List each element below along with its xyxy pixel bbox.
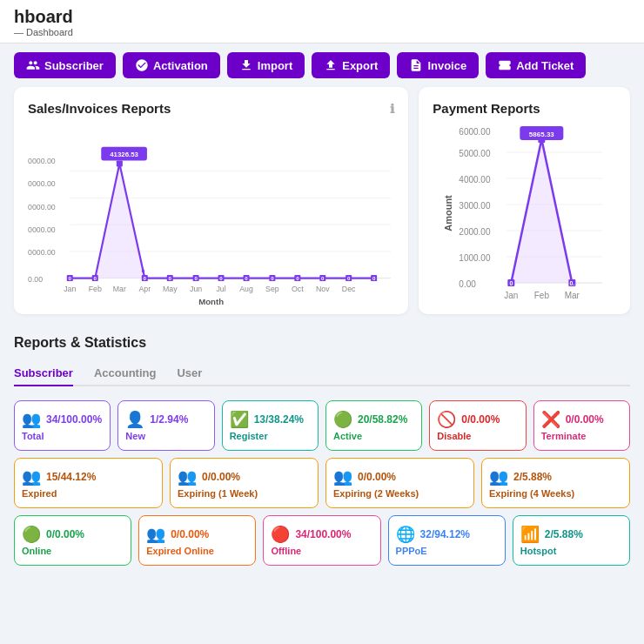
- stat-pppoe[interactable]: 🌐 32/94.12% PPPoE: [388, 515, 506, 566]
- svg-text:0000.00: 0000.00: [28, 225, 56, 234]
- sales-chart-title: Sales/Invoices Reports ℹ: [28, 101, 394, 116]
- svg-text:5000.00: 5000.00: [460, 149, 492, 158]
- svg-text:1000.00: 1000.00: [460, 253, 492, 263]
- stat-active[interactable]: 🟢 20/58.82% Active: [325, 400, 422, 451]
- stat-expired[interactable]: 👥 15/44.12% Expired: [14, 458, 163, 508]
- svg-text:0: 0: [219, 275, 223, 281]
- svg-text:6000.00: 6000.00: [460, 127, 492, 137]
- stat-disable[interactable]: 🚫 0/0.00% Disable: [429, 400, 526, 451]
- export-button[interactable]: Export: [312, 52, 390, 78]
- import-label: Import: [258, 59, 292, 72]
- svg-text:0000.00: 0000.00: [28, 203, 56, 211]
- activation-button[interactable]: Activation: [123, 52, 220, 78]
- svg-text:Mar: Mar: [565, 291, 580, 300]
- breadcrumb-prefix: —: [14, 27, 23, 37]
- stat-total[interactable]: 👥 34/100.00% Total: [14, 400, 111, 451]
- stat-expired-online[interactable]: 👥 0/0.00% Expired Online: [138, 515, 256, 566]
- svg-text:0: 0: [296, 275, 299, 281]
- svg-text:0: 0: [144, 275, 147, 281]
- stat-register[interactable]: ✅ 13/38.24% Register: [222, 400, 319, 451]
- svg-text:Dec: Dec: [342, 285, 356, 293]
- svg-text:Sep: Sep: [265, 285, 279, 293]
- subscriber-button[interactable]: Subscriber: [14, 52, 116, 78]
- svg-text:Jan: Jan: [64, 285, 76, 293]
- activation-label: Activation: [153, 59, 208, 72]
- svg-text:0: 0: [271, 275, 274, 281]
- svg-text:0: 0: [69, 275, 72, 281]
- svg-text:0: 0: [194, 275, 198, 281]
- svg-text:4000.00: 4000.00: [460, 175, 492, 184]
- invoice-button[interactable]: Invoice: [397, 52, 479, 78]
- sales-chart-svg: 0.00 0000.00 0000.00 0000.00 0000.00 000…: [28, 126, 394, 300]
- stats-row3: 🟢 0/0.00% Online 👥 0/0.00% Expired Onlin…: [14, 515, 630, 566]
- breadcrumb-label: Dashboard: [26, 27, 73, 37]
- charts-row: Sales/Invoices Reports ℹ 0.00 0000.00 00…: [0, 87, 644, 328]
- tabs: Subscriber Accounting User: [14, 361, 630, 386]
- svg-text:0: 0: [510, 280, 513, 286]
- svg-text:Oct: Oct: [292, 285, 304, 293]
- svg-text:41326.53: 41326.53: [110, 151, 138, 158]
- svg-text:Mar: Mar: [113, 285, 126, 293]
- svg-text:0000.00: 0000.00: [28, 157, 56, 165]
- svg-text:0.00: 0.00: [460, 279, 477, 289]
- sales-chart-card: Sales/Invoices Reports ℹ 0.00 0000.00 00…: [14, 87, 408, 314]
- svg-text:0: 0: [169, 275, 172, 281]
- svg-text:0: 0: [94, 275, 97, 281]
- svg-text:0.: 0.: [570, 280, 575, 286]
- svg-text:Jul: Jul: [216, 285, 225, 293]
- svg-text:Jan: Jan: [505, 291, 519, 300]
- breadcrumb: — Dashboard: [14, 27, 630, 37]
- svg-text:2000.00: 2000.00: [460, 227, 492, 237]
- svg-text:0: 0: [245, 275, 248, 281]
- svg-text:0000.00: 0000.00: [28, 248, 56, 257]
- add-ticket-button[interactable]: Add Ticket: [486, 52, 586, 78]
- svg-text:Aug: Aug: [239, 285, 253, 293]
- svg-text:Jun: Jun: [190, 285, 202, 293]
- stat-online[interactable]: 🟢 0/0.00% Online: [14, 515, 131, 566]
- svg-text:0: 0: [321, 275, 325, 281]
- stats-row2: 👥 15/44.12% Expired 👥 0/0.00% Expiring (…: [14, 458, 630, 508]
- svg-text:Amount: Amount: [444, 195, 454, 231]
- svg-text:0: 0: [372, 275, 376, 281]
- svg-text:Nov: Nov: [316, 285, 330, 293]
- svg-text:■: ■: [142, 267, 145, 273]
- tab-user[interactable]: User: [177, 361, 202, 386]
- payment-chart-svg: Amount 0.00 1000.00 2000.00 3000.00 4000…: [433, 126, 616, 300]
- stat-new[interactable]: 👤 1/2.94% New: [117, 400, 214, 451]
- payment-chart-card: Payment Reports Amount 0.00 1000.00 2000…: [419, 87, 630, 314]
- sales-chart-area: 0.00 0000.00 0000.00 0000.00 0000.00 000…: [28, 126, 394, 300]
- stat-terminate[interactable]: ❌ 0/0.00% Terminate: [533, 400, 630, 451]
- payment-chart-title: Payment Reports: [433, 101, 616, 116]
- stats-title: Reports & Statistics: [14, 328, 630, 361]
- invoice-label: Invoice: [427, 59, 466, 72]
- stats-row1: 👥 34/100.00% Total 👤 1/2.94% New ✅ 13/38…: [14, 400, 630, 451]
- payment-chart-area: Amount 0.00 1000.00 2000.00 3000.00 4000…: [433, 126, 616, 300]
- svg-text:Feb: Feb: [89, 285, 102, 293]
- stat-expiring-2weeks[interactable]: 👥 0/0.00% Expiring (2 Weeks): [325, 458, 474, 508]
- export-label: Export: [342, 59, 378, 72]
- svg-text:0: 0: [347, 275, 351, 281]
- svg-text:3000.00: 3000.00: [460, 201, 492, 211]
- tab-accounting[interactable]: Accounting: [94, 361, 157, 386]
- svg-marker-67: [512, 139, 573, 283]
- svg-text:5865.33: 5865.33: [529, 131, 554, 138]
- tab-subscriber[interactable]: Subscriber: [14, 361, 73, 386]
- svg-text:0000.00: 0000.00: [28, 179, 56, 188]
- stat-hotspot[interactable]: 📶 2/5.88% Hotspot: [513, 515, 630, 566]
- stat-offline[interactable]: 🔴 34/100.00% Offline: [263, 515, 380, 566]
- stats-section: Reports & Statistics Subscriber Accounti…: [0, 328, 644, 587]
- svg-rect-14: [117, 160, 123, 166]
- svg-text:Apr: Apr: [138, 285, 151, 293]
- stat-expiring-4weeks[interactable]: 👥 2/5.88% Expiring (4 Weeks): [481, 458, 630, 508]
- page-title: hboard: [14, 7, 630, 27]
- toolbar: Subscriber Activation Import Export Invo…: [0, 44, 644, 87]
- svg-text:Feb: Feb: [534, 291, 550, 300]
- svg-text:Month: Month: [198, 297, 224, 306]
- subscriber-label: Subscriber: [44, 59, 104, 72]
- import-button[interactable]: Import: [227, 52, 305, 78]
- svg-text:May: May: [163, 285, 178, 293]
- add-ticket-label: Add Ticket: [516, 59, 574, 72]
- svg-text:0.00: 0.00: [28, 275, 43, 284]
- stat-expiring-1week[interactable]: 👥 0/0.00% Expiring (1 Week): [170, 458, 319, 508]
